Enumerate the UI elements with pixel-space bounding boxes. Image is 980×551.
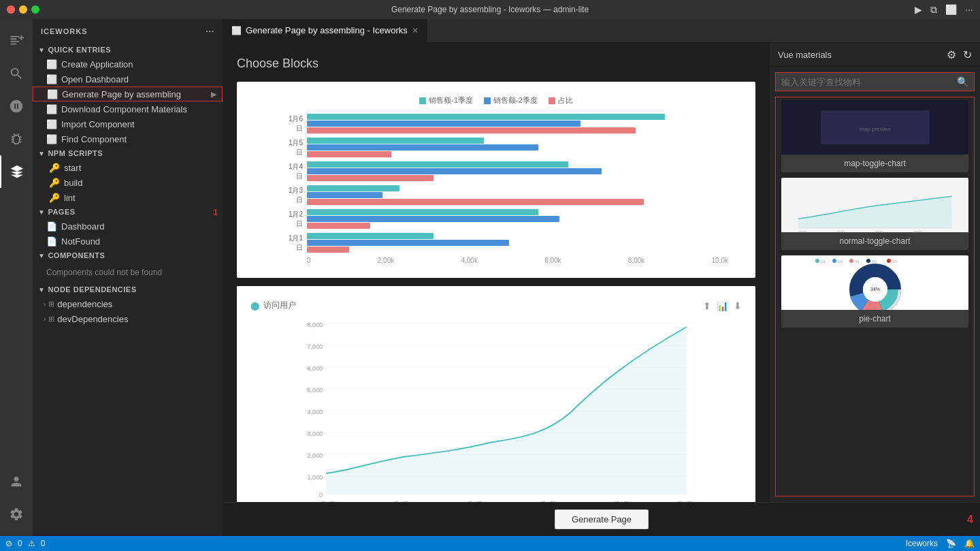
activity-debug[interactable] xyxy=(0,123,33,155)
sidebar-item-import-component[interactable]: ⬜ Import Component xyxy=(33,116,223,131)
bar-segment xyxy=(307,240,509,246)
x-axis-label: 6,00k xyxy=(544,257,561,264)
sidebar-title: ICEWORKS xyxy=(41,27,88,35)
file-icon: ⬜ xyxy=(46,59,57,69)
svg-text:map preview: map preview xyxy=(860,126,891,132)
sidebar-item-find-component[interactable]: ⬜ Find Component xyxy=(33,131,223,146)
sidebar-header: ICEWORKS ··· xyxy=(33,19,223,43)
maximize-button[interactable] xyxy=(31,5,39,14)
material-card-normal-toggle[interactable]: 2020 2021 2022 2023 normal-toggle-chart xyxy=(781,178,968,250)
download-icon[interactable]: ⬇ xyxy=(734,300,742,311)
tab-generate-page[interactable]: ⬜ Generate Page by assembling - Iceworks… xyxy=(223,19,427,42)
npm-item-build[interactable]: 🔑 build xyxy=(33,175,223,190)
file-icon: ⬜ xyxy=(46,104,57,114)
sidebar-item-notfound[interactable]: 📄 NotFound xyxy=(33,234,223,249)
bar-segment xyxy=(307,175,434,181)
bar-icon[interactable]: 📊 xyxy=(717,300,728,311)
material-preview-dark: map preview xyxy=(781,100,968,155)
bell-icon: 🔔 xyxy=(964,539,975,548)
file-icon: 📄 xyxy=(46,236,57,247)
chevron-right-icon: › xyxy=(44,315,46,323)
bar-label: 1月5日 xyxy=(283,138,307,157)
x-axis-label: 8,00k xyxy=(628,257,644,264)
section-components[interactable]: ▼ COMPONENTS xyxy=(33,249,223,262)
bar-segment xyxy=(307,247,349,253)
sidebar-item-open-dashboard[interactable]: ⬜ Open Dashboard xyxy=(33,72,223,86)
line-chart-svg: 8,000 7,000 6,000 5,000 4,000 3,000 2,00… xyxy=(250,317,742,502)
layers-icon[interactable]: ⧉ xyxy=(930,4,937,16)
line-chart-block: ⬤ 访问用户 ⬆ 📊 ⬇ 8,000 7, xyxy=(237,286,755,502)
chart-legend: 销售额-1季度 销售额-2季度 占比 xyxy=(250,95,742,106)
section-pages[interactable]: ▼ PAGES 1 xyxy=(33,205,223,219)
settings-icon[interactable]: ⚙ xyxy=(947,48,956,61)
search-bar[interactable]: 🔍 xyxy=(775,72,975,91)
svg-text:5/4: 5/4 xyxy=(872,259,877,264)
activity-explorer[interactable] xyxy=(0,25,33,57)
activity-account[interactable] xyxy=(0,465,33,498)
file-icon: ⬜ xyxy=(46,74,57,84)
file-icon: ⬜ xyxy=(46,134,57,144)
material-name-pie: pie-chart xyxy=(781,310,968,328)
svg-text:2021: 2021 xyxy=(836,230,845,232)
svg-text:6,000: 6,000 xyxy=(307,365,323,372)
line-chart-container: ⬤ 访问用户 ⬆ 📊 ⬇ 8,000 7, xyxy=(237,286,755,502)
tab-close-icon[interactable]: ✕ xyxy=(412,26,419,35)
bar-label: 1月3日 xyxy=(283,186,307,205)
bar-segment xyxy=(307,121,581,127)
bar-segment xyxy=(307,168,602,174)
file-icon: ⬜ xyxy=(47,89,58,99)
legend-item-2: 销售额-2季度 xyxy=(484,95,538,106)
bar-rows: 1月6日 1月5日 1月4日 1月3日 1月2日 1月1日 xyxy=(283,114,728,253)
status-bar: ⊘ 0 ⚠ 0 Iceworks 📡 🔔 xyxy=(0,536,980,551)
app-name: Iceworks xyxy=(906,539,938,548)
components-not-found: Components could not be found xyxy=(33,262,223,283)
key-icon: 🔑 xyxy=(49,163,60,173)
svg-text:2020: 2020 xyxy=(798,230,807,232)
close-button[interactable] xyxy=(7,5,15,14)
npm-item-start[interactable]: 🔑 start xyxy=(33,160,223,175)
search-input[interactable] xyxy=(781,77,957,87)
npm-item-lint[interactable]: 🔑 lint xyxy=(33,190,223,205)
editor-content: Choose Blocks 销售额-1季度 销售额-2季度 xyxy=(223,43,980,502)
split-icon[interactable]: ⬜ xyxy=(945,4,957,15)
section-node-deps[interactable]: ▼ NODE DEPENDENCIES xyxy=(33,283,223,296)
chevron-right-icon: › xyxy=(44,300,46,308)
activity-iceworks[interactable] xyxy=(0,155,33,188)
generate-page-button[interactable]: Generate Page xyxy=(555,509,649,529)
dep-item-dependencies[interactable]: › ⊞ dependencies xyxy=(33,296,223,311)
bar-group xyxy=(307,114,728,133)
sidebar-item-dashboard[interactable]: 📄 Dashboard xyxy=(33,219,223,234)
bar-chart-block: 销售额-1季度 销售额-2季度 占比 xyxy=(237,82,755,278)
minimize-button[interactable] xyxy=(19,5,27,14)
sidebar-item-create-app[interactable]: ⬜ Create Application xyxy=(33,57,223,72)
material-card-pie[interactable]: 1/1 1/2 3/1 5/4 1/5 xyxy=(781,255,968,328)
activity-git[interactable] xyxy=(0,90,33,123)
sidebar-item-download-component[interactable]: ⬜ Download Component Materials xyxy=(33,101,223,116)
more-icon[interactable]: ··· xyxy=(965,4,973,15)
dep-item-devdependencies[interactable]: › ⊞ devDependencies xyxy=(33,311,223,326)
upload-icon[interactable]: ⬆ xyxy=(703,300,711,311)
svg-text:1/2: 1/2 xyxy=(838,259,843,264)
run-icon[interactable]: ▶ xyxy=(915,4,922,15)
refresh-icon[interactable]: ↻ xyxy=(963,48,972,61)
svg-text:5,000: 5,000 xyxy=(307,387,323,394)
bar-row: 1月1日 xyxy=(283,233,728,253)
key-icon: 🔑 xyxy=(49,193,60,203)
sidebar-item-generate-page[interactable]: ⬜ Generate Page by assembling ▶ 2 xyxy=(33,86,223,101)
file-icon: ⬜ xyxy=(46,119,57,129)
badge-4: 4 xyxy=(967,514,973,526)
material-card-map-toggle[interactable]: map preview map-toggle-chart xyxy=(781,100,968,172)
bar-segment xyxy=(307,209,538,215)
svg-point-34 xyxy=(815,259,819,263)
bar-segment xyxy=(307,216,559,222)
activity-settings[interactable] xyxy=(0,498,33,531)
section-npm-scripts[interactable]: ▼ NPM SCRIPTS xyxy=(33,146,223,160)
svg-text:8,000: 8,000 xyxy=(307,321,323,328)
bar-row: 1月3日 xyxy=(283,185,728,205)
legend-item-3: 占比 xyxy=(549,95,573,106)
window-title: Generate Page by assembling - Iceworks —… xyxy=(391,5,589,14)
activity-search[interactable] xyxy=(0,57,33,90)
sidebar-more[interactable]: ··· xyxy=(206,25,214,37)
bar-group xyxy=(307,185,728,205)
section-quick-entries[interactable]: ▼ QUICK ENTRIES xyxy=(33,43,223,57)
